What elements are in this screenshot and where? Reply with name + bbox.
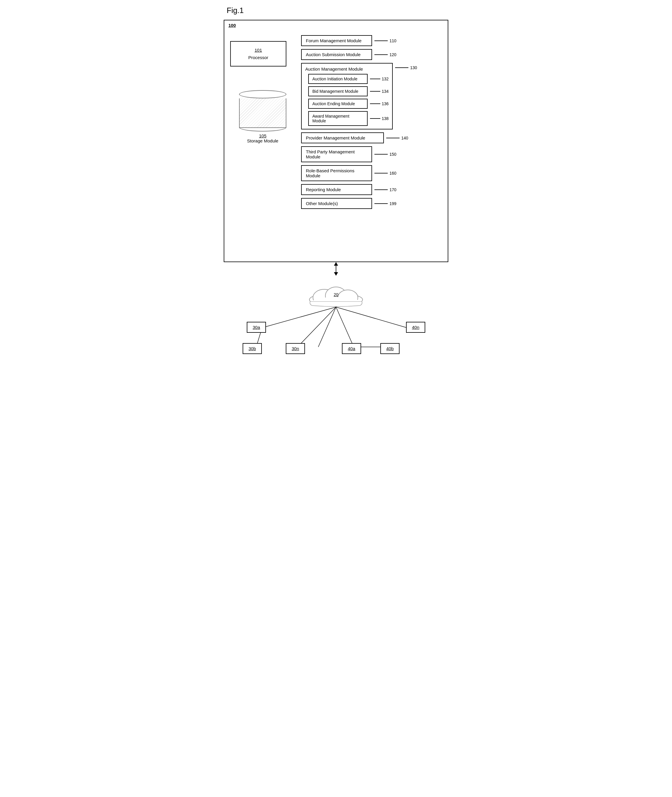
cylinder-body — [239, 98, 286, 128]
processor-box: 101 Processor — [230, 41, 286, 67]
ref-line-170 — [374, 189, 388, 190]
main-box: 100 101 Processor 105 Storage Module — [224, 20, 448, 262]
sub-module-box-134: Bid Management Module — [308, 86, 368, 96]
page: Fig.1 100 101 Processor 105 Storage Modu… — [224, 6, 448, 363]
module-row-170: Reporting Module 170 — [301, 184, 442, 195]
module-label-120: Auction Submission Module — [306, 52, 360, 57]
node-30a: 30a — [247, 322, 266, 333]
module-label-150: Third Party Management Module — [306, 149, 355, 159]
svg-line-9 — [336, 307, 354, 347]
module-label-140: Provider Management Module — [306, 135, 365, 140]
storage-area: 105 Storage Module — [230, 90, 295, 143]
left-column: 101 Processor 105 Storage Module — [230, 26, 295, 256]
module-row-140: Provider Management Module 140 — [301, 133, 442, 143]
node-30n: 30n — [286, 343, 305, 354]
sub-ref-text-134: 134 — [382, 89, 389, 94]
sub-ref-text-138: 138 — [382, 116, 389, 121]
connection-lines — [238, 280, 434, 363]
module-box-160: Role-Based Permissions Module — [301, 165, 372, 181]
module-row-130: Auction Management Module Auction Initia… — [301, 63, 442, 130]
sub-label-136: Auction Ending Module — [312, 101, 355, 106]
right-column: Forum Management Module 110 Auction Subm… — [301, 26, 442, 256]
bottom-section: 20 — [224, 280, 448, 363]
module-box-170: Reporting Module — [301, 184, 372, 195]
sub-row-136: Auction Ending Module 136 — [308, 99, 389, 109]
ref-line-110 — [374, 40, 388, 41]
ref-line-130 — [395, 67, 408, 68]
auction-mgmt-container: Auction Management Module Auction Initia… — [301, 63, 393, 130]
ref-text-130: 130 — [410, 65, 417, 70]
module-label-199: Other Module(s) — [306, 201, 338, 206]
module-row-199: Other Module(s) 199 — [301, 198, 442, 209]
module-box-199: Other Module(s) — [301, 198, 372, 209]
sub-row-134: Bid Management Module 134 — [308, 86, 389, 96]
sub-ref-132: 132 — [370, 77, 389, 81]
node-40b-label: 40b — [386, 346, 394, 351]
module-label-160: Role-Based Permissions Module — [306, 168, 354, 178]
node-40a: 40a — [342, 343, 361, 354]
sub-ref-text-132: 132 — [382, 77, 389, 81]
sub-modules: Auction Initiation Module 132 Bid Manage… — [305, 74, 389, 126]
ref-text-199: 199 — [389, 201, 396, 206]
svg-line-11 — [336, 307, 407, 328]
module-label-110: Forum Management Module — [306, 38, 362, 43]
bidirectional-arrow — [224, 262, 448, 276]
svg-line-6 — [262, 307, 336, 328]
module-box-140: Provider Management Module — [301, 133, 384, 143]
ref-num-170: 170 — [374, 187, 396, 192]
node-40b: 40b — [380, 343, 400, 354]
node-30n-label: 30n — [292, 346, 299, 351]
sub-ref-line-138 — [370, 118, 380, 119]
module-box-120: Auction Submission Module — [301, 49, 372, 60]
node-40a-label: 40a — [348, 346, 355, 351]
sub-row-132: Auction Initiation Module 132 — [308, 74, 389, 84]
storage-label: 105 Storage Module — [247, 133, 278, 143]
module-label-170: Reporting Module — [306, 187, 341, 192]
ref-text-140: 140 — [401, 136, 408, 140]
svg-line-12 — [318, 307, 336, 347]
sub-ref-138: 138 — [370, 116, 389, 121]
sub-ref-line-136 — [370, 103, 380, 104]
cylinder-bottom — [239, 123, 286, 131]
ref-text-160: 160 — [389, 171, 396, 176]
arrow-down-icon — [334, 272, 338, 276]
sub-module-box-138: Award Management Module — [308, 111, 368, 126]
module-box-150: Third Party Management Module — [301, 146, 372, 162]
arrow-up-icon — [334, 262, 338, 266]
ref-line-199 — [374, 203, 388, 204]
node-40n: 40n — [406, 322, 425, 333]
ref-text-150: 150 — [389, 152, 396, 157]
module-row-110: Forum Management Module 110 — [301, 35, 442, 46]
sub-module-box-132: Auction Initiation Module — [308, 74, 368, 84]
sub-module-box-136: Auction Ending Module — [308, 99, 368, 109]
ref-num-110: 110 — [374, 38, 396, 43]
ref-line-140 — [386, 138, 400, 138]
ref-num-140: 140 — [386, 136, 408, 140]
node-40n-label: 40n — [412, 325, 419, 330]
storage-name: Storage Module — [247, 138, 278, 143]
sub-ref-134: 134 — [370, 89, 389, 94]
cylinder-icon — [239, 90, 286, 128]
module-row-160: Role-Based Permissions Module 160 — [301, 165, 442, 181]
ref-line-160 — [374, 173, 388, 173]
ref-text-110: 110 — [389, 38, 396, 43]
ref-line-120 — [374, 54, 388, 55]
node-30b-label: 30b — [248, 346, 256, 351]
main-box-label: 100 — [229, 23, 236, 28]
ref-num-160: 160 — [374, 171, 396, 176]
sub-ref-line-134 — [370, 91, 380, 91]
arrow-shaft — [336, 266, 336, 272]
ref-num-120: 120 — [374, 52, 396, 57]
sub-ref-136: 136 — [370, 101, 389, 106]
network-area: 20 — [238, 280, 434, 363]
ref-num-150: 150 — [374, 152, 396, 157]
sub-ref-text-136: 136 — [382, 101, 389, 106]
svg-line-8 — [298, 307, 336, 347]
module-row-150: Third Party Management Module 150 — [301, 146, 442, 162]
node-30b: 30b — [243, 343, 262, 354]
processor-name: Processor — [235, 55, 281, 60]
node-30a-label: 30a — [253, 325, 260, 330]
ref-num-130: 130 — [395, 65, 417, 70]
processor-label: 101 — [235, 48, 281, 53]
sub-row-138: Award Management Module 138 — [308, 111, 389, 126]
